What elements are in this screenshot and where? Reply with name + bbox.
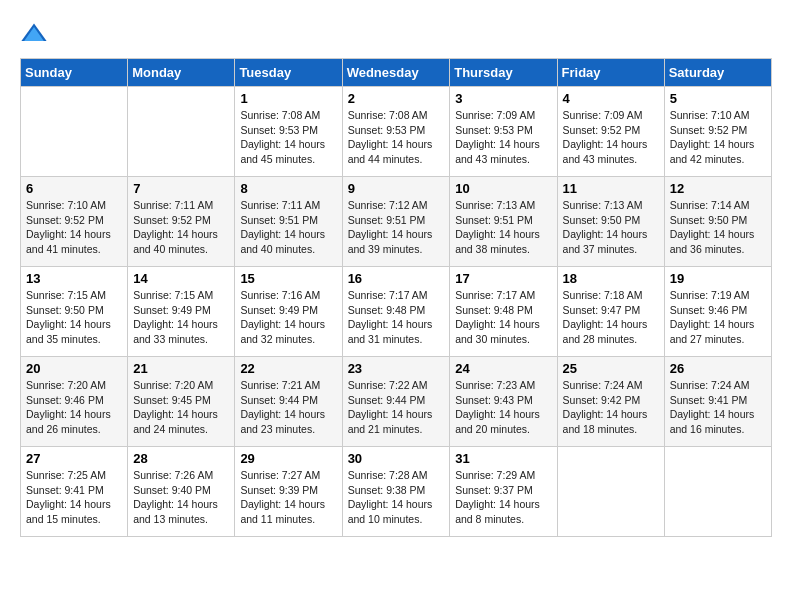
calendar-cell: 14Sunrise: 7:15 AM Sunset: 9:49 PM Dayli… — [128, 267, 235, 357]
calendar-cell: 6Sunrise: 7:10 AM Sunset: 9:52 PM Daylig… — [21, 177, 128, 267]
calendar-header-row: SundayMondayTuesdayWednesdayThursdayFrid… — [21, 59, 772, 87]
calendar-cell: 2Sunrise: 7:08 AM Sunset: 9:53 PM Daylig… — [342, 87, 450, 177]
day-number: 14 — [133, 271, 229, 286]
day-info: Sunrise: 7:29 AM Sunset: 9:37 PM Dayligh… — [455, 468, 551, 527]
column-header-sunday: Sunday — [21, 59, 128, 87]
day-info: Sunrise: 7:08 AM Sunset: 9:53 PM Dayligh… — [348, 108, 445, 167]
day-info: Sunrise: 7:22 AM Sunset: 9:44 PM Dayligh… — [348, 378, 445, 437]
week-row-2: 6Sunrise: 7:10 AM Sunset: 9:52 PM Daylig… — [21, 177, 772, 267]
day-number: 19 — [670, 271, 766, 286]
day-number: 24 — [455, 361, 551, 376]
column-header-friday: Friday — [557, 59, 664, 87]
day-info: Sunrise: 7:28 AM Sunset: 9:38 PM Dayligh… — [348, 468, 445, 527]
calendar-cell: 28Sunrise: 7:26 AM Sunset: 9:40 PM Dayli… — [128, 447, 235, 537]
day-number: 1 — [240, 91, 336, 106]
day-info: Sunrise: 7:11 AM Sunset: 9:52 PM Dayligh… — [133, 198, 229, 257]
calendar-cell — [664, 447, 771, 537]
day-info: Sunrise: 7:14 AM Sunset: 9:50 PM Dayligh… — [670, 198, 766, 257]
calendar-cell: 18Sunrise: 7:18 AM Sunset: 9:47 PM Dayli… — [557, 267, 664, 357]
day-info: Sunrise: 7:12 AM Sunset: 9:51 PM Dayligh… — [348, 198, 445, 257]
day-info: Sunrise: 7:25 AM Sunset: 9:41 PM Dayligh… — [26, 468, 122, 527]
page-header — [20, 20, 772, 48]
day-info: Sunrise: 7:13 AM Sunset: 9:50 PM Dayligh… — [563, 198, 659, 257]
day-info: Sunrise: 7:24 AM Sunset: 9:42 PM Dayligh… — [563, 378, 659, 437]
calendar-cell: 1Sunrise: 7:08 AM Sunset: 9:53 PM Daylig… — [235, 87, 342, 177]
day-number: 22 — [240, 361, 336, 376]
calendar-cell: 13Sunrise: 7:15 AM Sunset: 9:50 PM Dayli… — [21, 267, 128, 357]
day-number: 8 — [240, 181, 336, 196]
calendar-cell — [557, 447, 664, 537]
calendar-cell: 9Sunrise: 7:12 AM Sunset: 9:51 PM Daylig… — [342, 177, 450, 267]
calendar-cell: 24Sunrise: 7:23 AM Sunset: 9:43 PM Dayli… — [450, 357, 557, 447]
calendar-cell: 7Sunrise: 7:11 AM Sunset: 9:52 PM Daylig… — [128, 177, 235, 267]
day-number: 29 — [240, 451, 336, 466]
calendar-cell: 22Sunrise: 7:21 AM Sunset: 9:44 PM Dayli… — [235, 357, 342, 447]
week-row-1: 1Sunrise: 7:08 AM Sunset: 9:53 PM Daylig… — [21, 87, 772, 177]
calendar-cell: 25Sunrise: 7:24 AM Sunset: 9:42 PM Dayli… — [557, 357, 664, 447]
day-info: Sunrise: 7:10 AM Sunset: 9:52 PM Dayligh… — [670, 108, 766, 167]
day-info: Sunrise: 7:09 AM Sunset: 9:53 PM Dayligh… — [455, 108, 551, 167]
calendar-cell: 29Sunrise: 7:27 AM Sunset: 9:39 PM Dayli… — [235, 447, 342, 537]
calendar-cell: 19Sunrise: 7:19 AM Sunset: 9:46 PM Dayli… — [664, 267, 771, 357]
calendar-cell: 12Sunrise: 7:14 AM Sunset: 9:50 PM Dayli… — [664, 177, 771, 267]
calendar-cell: 8Sunrise: 7:11 AM Sunset: 9:51 PM Daylig… — [235, 177, 342, 267]
day-info: Sunrise: 7:19 AM Sunset: 9:46 PM Dayligh… — [670, 288, 766, 347]
day-number: 15 — [240, 271, 336, 286]
calendar-cell: 20Sunrise: 7:20 AM Sunset: 9:46 PM Dayli… — [21, 357, 128, 447]
column-header-thursday: Thursday — [450, 59, 557, 87]
calendar-cell: 5Sunrise: 7:10 AM Sunset: 9:52 PM Daylig… — [664, 87, 771, 177]
day-number: 21 — [133, 361, 229, 376]
column-header-saturday: Saturday — [664, 59, 771, 87]
day-number: 13 — [26, 271, 122, 286]
day-number: 6 — [26, 181, 122, 196]
day-number: 27 — [26, 451, 122, 466]
calendar-cell — [128, 87, 235, 177]
column-header-wednesday: Wednesday — [342, 59, 450, 87]
week-row-4: 20Sunrise: 7:20 AM Sunset: 9:46 PM Dayli… — [21, 357, 772, 447]
day-number: 5 — [670, 91, 766, 106]
day-number: 30 — [348, 451, 445, 466]
day-number: 10 — [455, 181, 551, 196]
day-info: Sunrise: 7:18 AM Sunset: 9:47 PM Dayligh… — [563, 288, 659, 347]
calendar-cell: 10Sunrise: 7:13 AM Sunset: 9:51 PM Dayli… — [450, 177, 557, 267]
day-number: 17 — [455, 271, 551, 286]
day-number: 2 — [348, 91, 445, 106]
day-info: Sunrise: 7:10 AM Sunset: 9:52 PM Dayligh… — [26, 198, 122, 257]
day-info: Sunrise: 7:09 AM Sunset: 9:52 PM Dayligh… — [563, 108, 659, 167]
day-number: 25 — [563, 361, 659, 376]
calendar-cell: 30Sunrise: 7:28 AM Sunset: 9:38 PM Dayli… — [342, 447, 450, 537]
day-number: 23 — [348, 361, 445, 376]
calendar-cell: 31Sunrise: 7:29 AM Sunset: 9:37 PM Dayli… — [450, 447, 557, 537]
logo — [20, 20, 52, 48]
day-number: 7 — [133, 181, 229, 196]
day-number: 18 — [563, 271, 659, 286]
day-info: Sunrise: 7:11 AM Sunset: 9:51 PM Dayligh… — [240, 198, 336, 257]
day-info: Sunrise: 7:20 AM Sunset: 9:46 PM Dayligh… — [26, 378, 122, 437]
day-number: 20 — [26, 361, 122, 376]
day-number: 12 — [670, 181, 766, 196]
day-number: 31 — [455, 451, 551, 466]
day-info: Sunrise: 7:17 AM Sunset: 9:48 PM Dayligh… — [455, 288, 551, 347]
calendar-cell — [21, 87, 128, 177]
calendar-cell: 15Sunrise: 7:16 AM Sunset: 9:49 PM Dayli… — [235, 267, 342, 357]
calendar-cell: 17Sunrise: 7:17 AM Sunset: 9:48 PM Dayli… — [450, 267, 557, 357]
day-info: Sunrise: 7:16 AM Sunset: 9:49 PM Dayligh… — [240, 288, 336, 347]
day-info: Sunrise: 7:26 AM Sunset: 9:40 PM Dayligh… — [133, 468, 229, 527]
day-info: Sunrise: 7:15 AM Sunset: 9:49 PM Dayligh… — [133, 288, 229, 347]
column-header-tuesday: Tuesday — [235, 59, 342, 87]
day-info: Sunrise: 7:08 AM Sunset: 9:53 PM Dayligh… — [240, 108, 336, 167]
day-number: 26 — [670, 361, 766, 376]
calendar-cell: 23Sunrise: 7:22 AM Sunset: 9:44 PM Dayli… — [342, 357, 450, 447]
day-info: Sunrise: 7:13 AM Sunset: 9:51 PM Dayligh… — [455, 198, 551, 257]
day-number: 3 — [455, 91, 551, 106]
day-number: 11 — [563, 181, 659, 196]
calendar-cell: 4Sunrise: 7:09 AM Sunset: 9:52 PM Daylig… — [557, 87, 664, 177]
week-row-3: 13Sunrise: 7:15 AM Sunset: 9:50 PM Dayli… — [21, 267, 772, 357]
logo-icon — [20, 20, 48, 48]
calendar-cell: 3Sunrise: 7:09 AM Sunset: 9:53 PM Daylig… — [450, 87, 557, 177]
calendar-cell: 21Sunrise: 7:20 AM Sunset: 9:45 PM Dayli… — [128, 357, 235, 447]
calendar-cell: 11Sunrise: 7:13 AM Sunset: 9:50 PM Dayli… — [557, 177, 664, 267]
day-info: Sunrise: 7:15 AM Sunset: 9:50 PM Dayligh… — [26, 288, 122, 347]
day-info: Sunrise: 7:24 AM Sunset: 9:41 PM Dayligh… — [670, 378, 766, 437]
day-info: Sunrise: 7:21 AM Sunset: 9:44 PM Dayligh… — [240, 378, 336, 437]
